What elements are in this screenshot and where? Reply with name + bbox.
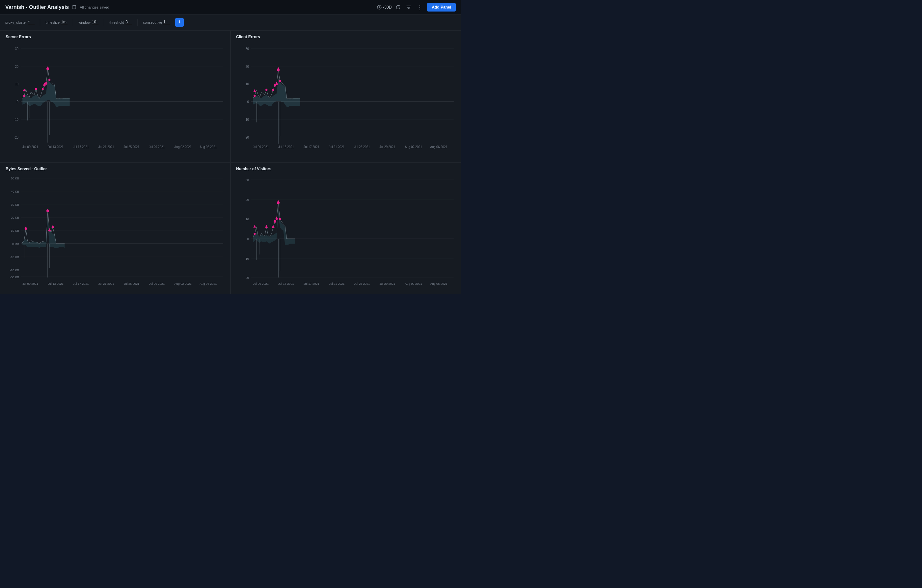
svg-text:Aug 02 2021: Aug 02 2021 — [174, 145, 191, 149]
app-header: Varnish - Outlier Analysis ❐ All changes… — [0, 0, 461, 15]
svg-text:0 MB: 0 MB — [12, 242, 19, 246]
svg-text:Jul 13 2021: Jul 13 2021 — [278, 282, 294, 285]
chart-server-errors: Server Errors 30 20 10 0 -10 -20 Jul 09 … — [0, 30, 230, 162]
svg-text:Jul 17 2021: Jul 17 2021 — [73, 282, 89, 285]
svg-text:-10: -10 — [14, 118, 18, 121]
svg-text:Jul 25 2021: Jul 25 2021 — [124, 282, 140, 285]
add-panel-button[interactable]: Add Panel — [427, 3, 456, 11]
svg-text:10 KB: 10 KB — [11, 229, 19, 232]
svg-text:-20: -20 — [14, 135, 18, 139]
param-proxy-cluster: proxy_cluster * — [5, 20, 34, 25]
svg-text:10: 10 — [246, 82, 249, 86]
svg-text:-20: -20 — [245, 276, 249, 279]
chart-area-client-errors: 30 20 10 0 -10 -20 Jul 09 2021 Jul 13 20… — [236, 41, 455, 159]
svg-text:-10: -10 — [245, 257, 249, 260]
param-value-consecutive[interactable]: 1 — [163, 20, 170, 25]
svg-text:30: 30 — [15, 47, 18, 51]
svg-text:Jul 21 2021: Jul 21 2021 — [98, 282, 114, 285]
charts-grid: Server Errors 30 20 10 0 -10 -20 Jul 09 … — [0, 30, 461, 294]
param-value-threshold[interactable]: 3 — [126, 20, 132, 25]
share-icon[interactable]: ❐ — [72, 5, 77, 10]
svg-text:Jul 21 2021: Jul 21 2021 — [98, 145, 114, 149]
chart-area-visitors: 30 20 10 0 -10 -20 Jul 09 2021 Jul 13 20… — [236, 173, 455, 291]
param-value-window[interactable]: 10 — [92, 20, 98, 25]
chart-area-bytes-served: 50 KB 40 KB 30 KB 20 KB 10 KB 0 MB -10 K… — [6, 173, 225, 291]
svg-point-140 — [253, 233, 255, 235]
svg-marker-100 — [22, 217, 65, 248]
svg-marker-59 — [253, 89, 256, 92]
svg-text:Aug 06 2021: Aug 06 2021 — [199, 145, 217, 149]
chart-title-server-errors: Server Errors — [6, 34, 225, 39]
header-left: Varnish - Outlier Analysis ❐ All changes… — [5, 4, 110, 10]
svg-text:-20 KB: -20 KB — [10, 268, 19, 272]
svg-text:Jul 29 2021: Jul 29 2021 — [149, 282, 165, 285]
svg-text:-20: -20 — [245, 135, 249, 139]
svg-text:20: 20 — [15, 65, 18, 68]
svg-text:Aug 02 2021: Aug 02 2021 — [405, 282, 422, 285]
svg-text:Aug 06 2021: Aug 06 2021 — [430, 282, 447, 285]
param-value-timeslice[interactable]: 1m — [61, 20, 67, 25]
svg-point-143 — [274, 220, 276, 222]
time-range-display[interactable]: -30D — [377, 5, 392, 10]
param-value-proxy[interactable]: * — [28, 20, 34, 25]
add-variable-button[interactable]: + — [175, 18, 184, 27]
svg-text:Jul 09 2021: Jul 09 2021 — [22, 282, 38, 285]
chart-title-bytes-served: Bytes Served - Outlier — [6, 167, 225, 171]
svg-text:Jul 13 2021: Jul 13 2021 — [278, 145, 294, 149]
param-window: window 10 — [78, 20, 98, 25]
svg-text:Jul 09 2021: Jul 09 2021 — [253, 282, 269, 285]
svg-point-29 — [44, 84, 46, 87]
svg-marker-22 — [23, 88, 25, 91]
svg-text:Jul 17 2021: Jul 17 2021 — [73, 145, 89, 149]
svg-text:20: 20 — [246, 198, 249, 201]
svg-text:-10: -10 — [245, 118, 249, 121]
svg-point-66 — [274, 84, 276, 87]
param-label-proxy: proxy_cluster — [5, 20, 27, 24]
svg-marker-133 — [253, 208, 295, 245]
header-right: -30D ⋮ Add Panel — [377, 2, 456, 13]
svg-text:30: 30 — [246, 178, 249, 182]
page-title: Varnish - Outlier Analysis — [5, 4, 69, 10]
svg-text:-10 KB: -10 KB — [10, 255, 19, 259]
save-status: All changes saved — [80, 5, 109, 9]
param-threshold: threshold 3 — [110, 20, 132, 25]
svg-text:30: 30 — [246, 47, 249, 51]
svg-point-144 — [276, 218, 278, 220]
chart-visitors: Number of Visitors 30 20 10 0 -10 -20 Ju… — [230, 162, 461, 294]
svg-point-67 — [276, 83, 278, 85]
svg-text:Jul 09 2021: Jul 09 2021 — [22, 145, 38, 149]
chart-svg-bytes-served: 50 KB 40 KB 30 KB 20 KB 10 KB 0 MB -10 K… — [6, 173, 225, 291]
param-consecutive: consecutive 1 — [143, 20, 170, 25]
param-label-threshold: threshold — [110, 20, 124, 24]
separator2 — [73, 19, 73, 26]
svg-text:Jul 21 2021: Jul 21 2021 — [329, 145, 345, 149]
chart-svg-visitors: 30 20 10 0 -10 -20 Jul 09 2021 Jul 13 20… — [236, 173, 455, 291]
svg-text:Jul 25 2021: Jul 25 2021 — [124, 145, 140, 149]
svg-point-69 — [279, 80, 281, 82]
svg-text:Jul 29 2021: Jul 29 2021 — [149, 145, 165, 149]
svg-point-108 — [52, 226, 54, 228]
svg-text:40 KB: 40 KB — [11, 189, 19, 193]
svg-text:Jul 17 2021: Jul 17 2021 — [304, 282, 319, 285]
svg-point-26 — [23, 95, 25, 97]
param-label-timeslice: timeslice — [46, 20, 60, 24]
filter-button[interactable] — [405, 3, 413, 11]
more-options-button[interactable]: ⋮ — [415, 2, 425, 13]
svg-text:Jul 09 2021: Jul 09 2021 — [253, 145, 269, 149]
svg-text:Jul 29 2021: Jul 29 2021 — [379, 145, 395, 149]
param-label-window: window — [78, 20, 90, 24]
svg-text:20: 20 — [246, 65, 249, 68]
svg-point-107 — [48, 229, 51, 232]
svg-point-146 — [279, 218, 281, 220]
svg-point-30 — [45, 82, 47, 85]
svg-text:30 KB: 30 KB — [11, 203, 19, 206]
svg-text:10: 10 — [15, 82, 18, 86]
refresh-button[interactable] — [394, 3, 402, 11]
svg-point-32 — [48, 79, 51, 81]
svg-point-31 — [46, 67, 49, 70]
chart-area-server-errors: 30 20 10 0 -10 -20 Jul 09 2021 Jul 13 20… — [6, 41, 225, 159]
svg-text:Jul 29 2021: Jul 29 2021 — [379, 282, 395, 285]
svg-point-28 — [42, 88, 44, 90]
chart-client-errors: Client Errors 30 20 10 0 -10 -20 Jul 09 … — [230, 30, 461, 162]
svg-text:Jul 13 2021: Jul 13 2021 — [48, 282, 64, 285]
